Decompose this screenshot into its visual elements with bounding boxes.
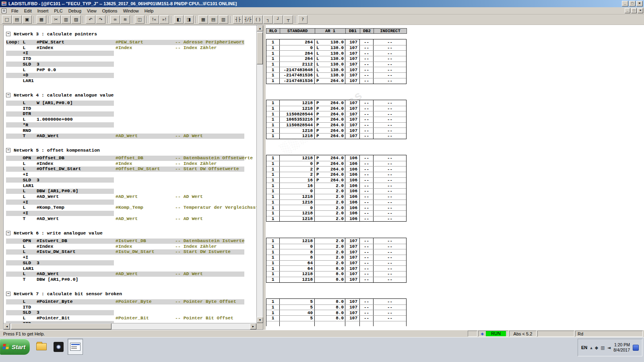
code-line[interactable]: T #AD_Wert#AD_Wert-- AD Wert <box>4 133 256 139</box>
redo-button[interactable]: ↷ <box>96 15 105 24</box>
code-line[interactable]: Loop: L #PEW_Start#PEW_Start-- Adresse P… <box>4 39 256 45</box>
monitor-variables-button[interactable]: ∞ <box>110 15 120 24</box>
code-line[interactable]: T DBW [AR1,P#0.0] <box>4 277 256 282</box>
code-line[interactable]: *R <box>4 122 256 128</box>
collapse-icon[interactable]: − <box>6 93 10 97</box>
monitor-row[interactable]: 1264L138.0107---- <box>266 56 406 62</box>
mdi-restore-button[interactable]: □ <box>631 8 637 13</box>
menu-view[interactable]: View <box>84 8 99 14</box>
code-line[interactable]: SLD 3 <box>4 310 256 315</box>
language-indicator[interactable]: EN <box>581 345 587 350</box>
menu-window[interactable]: Window <box>120 8 142 14</box>
code-line[interactable]: L #Index#Index-- Index Zähler <box>4 161 256 167</box>
simatic-taskbar-button[interactable] <box>68 339 83 355</box>
coil-button[interactable]: ( ) <box>253 15 263 24</box>
restore-button[interactable]: □ <box>629 1 636 6</box>
code-line[interactable]: +I <box>4 200 256 205</box>
scroll-left-button[interactable]: ◄ <box>4 323 10 329</box>
mdi-minimize-button[interactable]: _ <box>625 8 630 13</box>
empty-box-button[interactable]: ┬ <box>283 15 293 24</box>
tray-app-icon[interactable]: ◆ <box>595 345 598 350</box>
monitor-row[interactable]: 1408.0107---- <box>266 310 406 315</box>
code-line[interactable]: OPN #Offset_DB#Offset_DB-- Datenbaustein… <box>4 155 256 161</box>
network-view-3-button[interactable]: ▥ <box>219 15 228 24</box>
monitor-row[interactable]: 11218P264.0107---- <box>266 128 406 133</box>
code-line[interactable]: L W [AR1,P#0.0] <box>4 100 256 106</box>
monitor-row[interactable]: 112182.0106---- <box>266 194 406 200</box>
code-line[interactable]: ITD <box>4 304 256 310</box>
vertical-scrollbar[interactable]: ▲ ▼ <box>256 25 263 323</box>
minimize-button[interactable]: _ <box>622 1 628 6</box>
code-line[interactable]: +I <box>4 172 256 177</box>
monitor-row[interactable]: 11150828544P264.0107---- <box>266 122 406 128</box>
code-line[interactable]: L #Pointer_Byte#Pointer_Byte-- Pointer B… <box>4 299 256 304</box>
code-line[interactable]: L DBW [AR1,P#0.0] <box>4 188 256 194</box>
view-split-button[interactable]: ◧ <box>174 15 184 24</box>
mdi-close-button[interactable]: × <box>638 8 643 13</box>
scroll-right-button[interactable]: ► <box>250 323 256 329</box>
close-branch-button[interactable]: ┘ <box>273 15 283 24</box>
code-line[interactable]: T #AD_Wert#AD_Wert-- AD Wert <box>4 216 256 222</box>
monitor-row[interactable]: 1264L138.0107---- <box>266 50 406 56</box>
code-line[interactable]: L #Pointer_Bit#Pointer_Bit-- Pointer Bit… <box>4 315 256 321</box>
hidden-icons-icon[interactable]: ▴ <box>590 345 592 350</box>
volume-icon[interactable]: ◄ <box>607 345 611 350</box>
monitor-row[interactable]: 1648.0107---- <box>266 265 406 271</box>
code-line[interactable]: +I <box>4 50 256 56</box>
undo-button[interactable]: ↶ <box>86 15 95 24</box>
close-button[interactable]: × <box>636 1 643 6</box>
code-line[interactable]: SLD 3 <box>4 260 256 266</box>
start-button[interactable]: Start <box>0 339 30 355</box>
code-line[interactable]: ITD <box>4 106 256 111</box>
monitor-row[interactable]: 182.0107---- <box>266 255 406 260</box>
code-line[interactable]: SLD 3 <box>4 177 256 183</box>
monitor-row[interactable]: 1162.0106---- <box>266 183 406 188</box>
monitor-row[interactable]: 11150828544P264.0107---- <box>266 111 406 117</box>
monitor-row[interactable]: 158.0107---- <box>266 304 406 310</box>
code-line[interactable]: L P#P 0.0 <box>4 67 256 73</box>
monitor-row[interactable]: 112182.0106---- <box>266 200 406 205</box>
monitor-row[interactable]: 112188.0107---- <box>266 277 406 282</box>
network-tray-icon[interactable] <box>633 345 639 351</box>
contact-nc-button[interactable]: ┤/├ <box>243 15 253 24</box>
monitor-row[interactable]: 112182.0106---- <box>266 216 406 222</box>
code-line[interactable]: L 1.000000e+000 <box>4 117 256 122</box>
vertical-scroll-thumb[interactable] <box>257 32 263 64</box>
monitor-row[interactable]: 10L138.0107---- <box>266 45 406 51</box>
app-icon[interactable] <box>1 1 7 6</box>
monitor-row[interactable]: 112182.0107---- <box>266 238 406 244</box>
open-button[interactable]: ▤ <box>12 15 22 24</box>
print-button[interactable]: ▦ <box>37 15 46 24</box>
code-line[interactable]: LAR1 <box>4 266 256 272</box>
monitor-row[interactable]: 11218P264.0107---- <box>266 100 406 106</box>
upload-block-button[interactable]: »! <box>159 15 169 24</box>
menu-options[interactable]: Options <box>99 8 120 14</box>
monitor-row[interactable]: 10P264.0106---- <box>266 161 406 167</box>
download-block-button[interactable]: !« <box>149 15 159 24</box>
code-line[interactable]: L #Index#Index-- Index Zähler <box>4 244 256 249</box>
monitor-row[interactable]: 112182.0106---- <box>266 210 406 216</box>
menu-debug[interactable]: Debug <box>66 8 84 14</box>
display-icon[interactable]: ▥ <box>601 345 605 350</box>
contact-no-button[interactable]: ┤├ <box>233 15 243 24</box>
code-line[interactable]: LAR1 <box>4 183 256 189</box>
collapse-icon[interactable]: − <box>6 292 10 296</box>
monitor-row[interactable]: 11218P264.0107---- <box>266 133 406 139</box>
monitor-row[interactable]: 1264L138.0107---- <box>266 39 406 45</box>
monitor-row[interactable]: 102.0106---- <box>266 188 406 194</box>
code-line[interactable]: L #AD_Wert#AD_Wert-- AD Wert <box>4 271 256 277</box>
monitor-row[interactable]: 1642.0107---- <box>266 260 406 266</box>
code-line[interactable]: RND <box>4 128 256 134</box>
code-line[interactable]: +I <box>4 210 256 216</box>
monitor-row[interactable]: 182.0107---- <box>266 249 406 255</box>
monitor-row[interactable] <box>266 321 406 327</box>
cut-button[interactable]: ✂ <box>51 15 61 24</box>
code-line[interactable]: +D <box>4 72 256 78</box>
scroll-up-button[interactable]: ▲ <box>257 25 263 31</box>
monitor-row[interactable]: 11218P264.0106---- <box>266 155 406 161</box>
monitor-row[interactable]: 1-2147481536L138.0107---- <box>266 72 406 78</box>
menu-file[interactable]: File <box>8 8 21 14</box>
menu-edit[interactable]: Edit <box>21 8 35 14</box>
monitor-row[interactable]: 158.0107---- <box>266 299 406 304</box>
monitor-row[interactable]: 12112L138.0107---- <box>266 62 406 67</box>
